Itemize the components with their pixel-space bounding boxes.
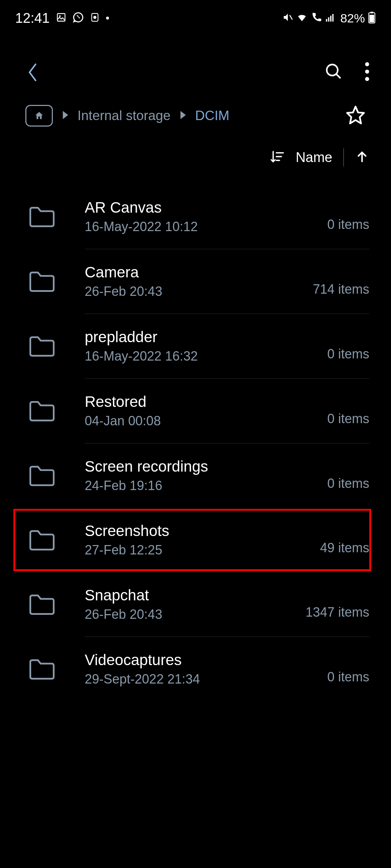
toolbar-actions [324,62,369,82]
home-button[interactable] [25,105,53,127]
folder-item[interactable]: Camera 26-Feb 20:43 714 items [0,249,391,314]
breadcrumb-current[interactable]: DCIM [195,108,230,123]
sort-label[interactable]: Name [296,150,332,165]
svg-point-1 [59,15,61,17]
notification-dot [106,17,109,20]
folder-item-highlighted[interactable]: Screenshots 27-Feb 12:25 49 items [12,508,372,572]
folder-list: AR Canvas 16-May-2022 10:12 0 items Came… [0,184,391,701]
status-left: 12:41 [15,10,109,26]
sort-controls: Name [0,137,391,184]
folder-date: 16-May-2022 10:12 [85,219,327,234]
chevron-right-icon [62,110,69,121]
more-icon[interactable] [365,62,369,82]
battery-icon [368,11,376,25]
chevron-right-icon [179,110,186,121]
folder-date: 04-Jan 00:08 [85,413,327,429]
folder-content: Screenshots 27-Feb 12:25 [85,522,320,558]
folder-content: AR Canvas 16-May-2022 10:12 [85,199,327,234]
svg-point-16 [365,62,369,66]
folder-date: 27-Feb 12:25 [85,542,320,558]
folder-icon [28,335,56,357]
divider [343,148,344,166]
folder-name: Camera [85,264,313,281]
svg-point-17 [365,69,369,73]
status-right: 82% [282,11,376,25]
search-icon[interactable] [324,62,343,82]
folder-name: Screenshots [85,522,320,540]
folder-item[interactable]: Snapchat 26-Feb 20:43 1347 items [0,572,391,637]
folder-icon [28,658,56,680]
svg-line-5 [290,15,293,20]
folder-date: 26-Feb 20:43 [85,284,313,299]
whatsapp-icon [73,12,84,24]
wifi-calling-icon [311,12,322,25]
folder-item[interactable]: Restored 04-Jan 00:08 0 items [0,379,391,443]
back-button[interactable] [22,61,43,83]
folder-count: 0 items [327,217,369,232]
favorite-icon[interactable] [345,105,366,127]
folder-item[interactable]: prepladder 16-May-2022 16:32 0 items [0,314,391,378]
wifi-icon [296,12,308,25]
folder-item[interactable]: AR Canvas 16-May-2022 10:12 0 items [0,184,391,249]
folder-content: Videocaptures 29-Sept-2022 21:34 [85,651,327,687]
svg-point-4 [94,16,96,19]
svg-rect-13 [370,15,374,22]
folder-content: Snapchat 26-Feb 20:43 [85,587,306,622]
folder-count: 0 items [327,669,369,685]
svg-point-18 [365,77,369,81]
svg-rect-8 [328,17,329,22]
folder-count: 714 items [313,282,369,297]
svg-rect-0 [58,14,65,21]
svg-rect-10 [332,14,334,22]
svg-marker-19 [63,111,68,119]
folder-count: 0 items [327,411,369,426]
folder-count: 1347 items [306,605,369,620]
folder-count: 0 items [327,476,369,491]
svg-rect-7 [326,19,327,22]
folder-count: 49 items [320,540,369,556]
folder-date: 29-Sept-2022 21:34 [85,672,327,687]
folder-content: Camera 26-Feb 20:43 [85,264,313,299]
folder-icon [28,464,56,487]
svg-rect-9 [330,16,332,21]
svg-marker-21 [347,107,364,124]
folder-icon [28,593,56,616]
folder-name: prepladder [85,328,327,346]
svg-line-15 [336,74,340,78]
folder-name: Screen recordings [85,458,327,475]
folder-icon [28,270,56,293]
status-bar: 12:41 82% [0,0,391,33]
app-icon [90,13,100,24]
status-time: 12:41 [15,10,50,26]
folder-name: Restored [85,393,327,410]
toolbar [0,33,391,94]
picture-icon [56,12,66,24]
folder-count: 0 items [327,346,369,362]
folder-icon [28,529,56,551]
battery-percent: 82% [340,11,365,25]
folder-name: Videocaptures [85,651,327,669]
folder-content: prepladder 16-May-2022 16:32 [85,328,327,364]
mute-icon [282,12,293,24]
signal-icon [325,12,335,24]
breadcrumb: Internal storage DCIM [0,94,391,137]
sort-icon[interactable] [269,149,285,166]
folder-date: 16-May-2022 16:32 [85,349,327,364]
breadcrumb-root[interactable]: Internal storage [77,108,171,123]
folder-content: Restored 04-Jan 00:08 [85,393,327,429]
svg-rect-12 [370,12,374,13]
folder-item[interactable]: Videocaptures 29-Sept-2022 21:34 0 items [0,637,391,701]
folder-name: AR Canvas [85,199,327,216]
folder-content: Screen recordings 24-Feb 19:16 [85,458,327,493]
svg-marker-20 [181,111,186,119]
folder-name: Snapchat [85,587,306,604]
folder-date: 26-Feb 20:43 [85,607,306,622]
folder-icon [28,400,56,422]
folder-item[interactable]: Screen recordings 24-Feb 19:16 0 items [0,443,391,508]
folder-icon [28,205,56,228]
sort-direction-icon[interactable] [355,149,369,166]
folder-date: 24-Feb 19:16 [85,478,327,493]
